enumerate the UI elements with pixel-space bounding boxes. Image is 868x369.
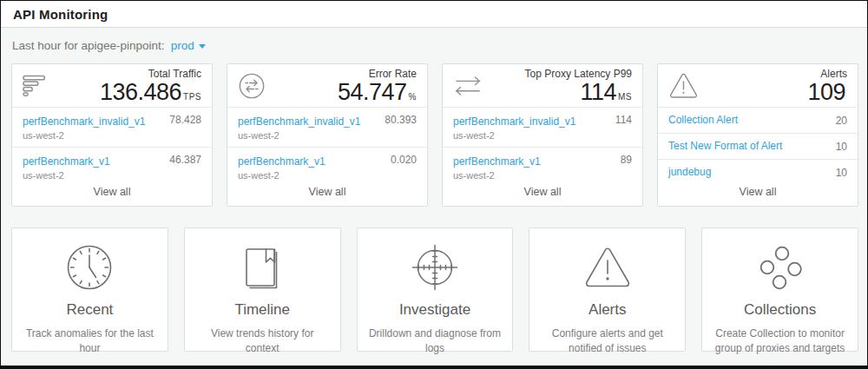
stat-card-rows: perfBenchmark_invalid_v1 us-west-2 78.42… <box>12 108 212 179</box>
table-row: perfBenchmark_invalid_v1 us-west-2 114 <box>443 108 642 147</box>
stat-card-title: Error Rate <box>338 68 417 80</box>
table-row: Collection Alert 20 <box>658 108 858 133</box>
view-all-link[interactable]: View all <box>227 179 427 206</box>
stat-card-title: Total Traffic <box>100 68 201 80</box>
row-value: 0.020 <box>391 154 417 166</box>
proxy-link[interactable]: perfBenchmark_invalid_v1 <box>23 115 145 128</box>
stat-card-unit: % <box>409 92 417 102</box>
stat-card-rows: perfBenchmark_invalid_v1 us-west-2 80.39… <box>227 108 427 179</box>
row-value: 10 <box>836 167 847 179</box>
nav-card-description: Create Collection to monitor group of pr… <box>713 326 847 357</box>
proxy-region: us-west-2 <box>238 170 326 179</box>
row-value: 89 <box>621 154 632 166</box>
environment-selector-row: Last hour for apigee-pinpoint: prod <box>1 28 867 60</box>
row-value: 20 <box>836 115 847 127</box>
stat-card-unit: TPS <box>183 92 201 102</box>
row-value: 78.428 <box>169 114 201 126</box>
nav-card-description: View trends history for context <box>195 326 330 357</box>
proxy-region: us-west-2 <box>453 170 541 179</box>
nav-card-alerts[interactable]: Alerts Configure alerts and get notified… <box>529 227 686 352</box>
view-all-link[interactable]: View all <box>12 179 212 206</box>
proxy-link[interactable]: perfBenchmark_v1 <box>23 155 110 168</box>
nav-card-description: Track anomalies for the last hour <box>23 326 157 357</box>
traffic-bars-icon <box>23 75 49 96</box>
stat-card-error-rate: Error Rate 54.747% perfBenchmark_invalid… <box>227 63 428 207</box>
row-value: 114 <box>615 114 632 126</box>
nav-card-timeline[interactable]: Timeline View trends history for context <box>184 227 341 352</box>
alert-link[interactable]: Test New Format of Alert <box>668 140 782 152</box>
stat-card-header: Alerts 109 <box>658 64 858 108</box>
proxy-link[interactable]: perfBenchmark_v1 <box>453 155 541 168</box>
stat-card-title: Alerts <box>807 68 847 80</box>
stat-card-header: Total Traffic 136.486TPS <box>12 64 212 108</box>
view-all-link[interactable]: View all <box>658 179 858 206</box>
row-value: 10 <box>836 141 847 153</box>
error-exchange-icon <box>238 72 266 100</box>
stat-card-rows: Collection Alert 20 Test New Format of A… <box>658 108 858 179</box>
proxy-region: us-west-2 <box>238 130 360 141</box>
stat-card-alerts: Alerts 109 Collection Alert 20 Test New … <box>657 63 858 207</box>
proxy-region: us-west-2 <box>23 130 145 141</box>
nav-card-description: Configure alerts and get notified of iss… <box>540 326 674 357</box>
stat-card-value: 54.747 <box>338 79 407 105</box>
stats-row: Total Traffic 136.486TPS perfBenchmark_i… <box>1 60 867 207</box>
proxy-region: us-west-2 <box>453 130 575 141</box>
nav-card-title: Alerts <box>529 301 685 319</box>
stat-card-header: Top Proxy Latency P99 114MS <box>443 64 642 108</box>
nav-card-investigate[interactable]: Investigate Drilldown and diagnose from … <box>357 227 514 352</box>
table-row: perfBenchmark_invalid_v1 us-west-2 78.42… <box>12 108 212 147</box>
clock-icon <box>12 242 168 293</box>
environment-label: Last hour for apigee-pinpoint: <box>12 39 165 52</box>
proxy-region: us-west-2 <box>23 170 110 179</box>
crosshair-icon <box>358 242 513 293</box>
stat-card-latency: Top Proxy Latency P99 114MS perfBenchmar… <box>442 63 643 207</box>
nav-card-title: Recent <box>12 301 168 319</box>
warning-triangle-icon <box>529 242 685 293</box>
top-bar: API Monitoring <box>1 1 867 28</box>
row-value: 80.393 <box>385 114 417 126</box>
proxy-link[interactable]: perfBenchmark_invalid_v1 <box>453 115 575 128</box>
table-row: perfBenchmark_v1 us-west-2 89 <box>443 147 642 179</box>
table-row: perfBenchmark_invalid_v1 us-west-2 80.39… <box>227 108 427 147</box>
stat-card-title: Top Proxy Latency P99 <box>525 68 632 80</box>
environment-dropdown[interactable]: prod <box>171 39 206 52</box>
nav-cards-row: Recent Track anomalies for the last hour… <box>1 207 867 352</box>
proxy-link[interactable]: perfBenchmark_invalid_v1 <box>238 115 360 128</box>
nav-card-recent[interactable]: Recent Track anomalies for the last hour <box>11 227 168 352</box>
nav-card-title: Collections <box>702 301 858 319</box>
stat-card-rows: perfBenchmark_invalid_v1 us-west-2 114 p… <box>443 108 642 179</box>
api-monitoring-page: API Monitoring Last hour for apigee-pinp… <box>0 0 868 369</box>
page-title: API Monitoring <box>13 7 108 22</box>
stat-card-value: 109 <box>807 79 845 105</box>
nav-card-collections[interactable]: Collections Create Collection to monitor… <box>701 227 858 352</box>
row-value: 46.387 <box>169 154 201 166</box>
stat-card-value: 114 <box>580 79 616 105</box>
chevron-down-icon <box>199 44 206 49</box>
stat-card-value: 136.486 <box>100 79 181 105</box>
collections-circles-icon <box>702 242 858 293</box>
stat-card-header: Error Rate 54.747% <box>227 64 427 108</box>
latency-arrows-icon <box>453 75 483 97</box>
proxy-link[interactable]: perfBenchmark_v1 <box>238 155 326 168</box>
table-row: Test New Format of Alert 10 <box>658 133 858 159</box>
alert-link[interactable]: jundebug <box>668 166 711 178</box>
view-all-link[interactable]: View all <box>443 179 642 206</box>
stat-card-unit: MS <box>618 92 632 102</box>
table-row: jundebug 10 <box>658 159 858 179</box>
nav-card-description: Drilldown and diagnose from logs <box>368 326 503 357</box>
environment-value: prod <box>171 39 194 52</box>
stat-card-total-traffic: Total Traffic 136.486TPS perfBenchmark_i… <box>11 63 213 207</box>
nav-card-title: Timeline <box>185 301 340 319</box>
table-row: perfBenchmark_v1 us-west-2 46.387 <box>12 147 212 179</box>
nav-card-title: Investigate <box>358 301 513 319</box>
book-icon <box>185 242 340 293</box>
warning-triangle-icon <box>668 72 699 99</box>
table-row: perfBenchmark_v1 us-west-2 0.020 <box>227 147 427 179</box>
alert-link[interactable]: Collection Alert <box>668 114 738 126</box>
